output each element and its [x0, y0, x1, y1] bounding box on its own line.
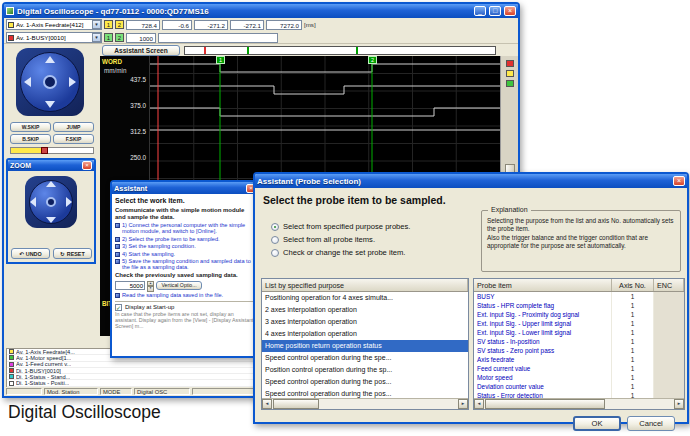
hscroll-track[interactable] [319, 399, 458, 409]
assistant-step[interactable]: 3) Set the sampling condition. [115, 243, 255, 249]
probe-hscrollbar[interactable]: ◄ ► [474, 398, 684, 409]
zoom-navigation-pad[interactable] [25, 176, 77, 228]
maximize-button[interactable]: □ [489, 6, 501, 16]
probe-row[interactable]: Axis feedrate1 [474, 355, 684, 364]
startup-checkbox[interactable]: ✓ [115, 304, 122, 311]
hscroll-thumb[interactable] [273, 399, 319, 409]
purpose-list-header[interactable]: List by specified purpose [262, 279, 468, 292]
pad-center-button[interactable] [43, 75, 57, 89]
col-axis-no[interactable]: Axis No. [612, 279, 654, 291]
zoom-pad-right-button[interactable] [66, 197, 72, 207]
probe-row[interactable]: Ext. input Sig. - Upper limit signal1 [474, 319, 684, 328]
ok-button[interactable]: OK [573, 416, 621, 431]
position-slider[interactable] [10, 147, 94, 154]
cursor-chip-2[interactable]: 2 [115, 20, 124, 29]
assistant-screen-button[interactable]: Assistant Screen [102, 45, 180, 56]
probe-item-label: Ext. input Sig. - Upper limit signal [474, 319, 612, 328]
probe-item-label: Deviation counter value [474, 382, 612, 391]
probe-row[interactable]: Feed current value1 [474, 364, 684, 373]
probe-row[interactable]: SV status - Zero point pass1 [474, 346, 684, 355]
purpose-item[interactable]: Position control operation during the sp… [262, 364, 468, 376]
overview-ruler[interactable] [184, 46, 496, 55]
zoom-pad-center-button[interactable] [46, 197, 56, 207]
zoom-pad-up-button[interactable] [46, 181, 56, 187]
purpose-item[interactable]: 3 axes interpolation operation [262, 316, 468, 328]
scroll-left-icon[interactable]: ◄ [262, 399, 272, 409]
radio-button-selected[interactable] [271, 223, 279, 231]
minimize-button[interactable]: _ [474, 6, 486, 16]
zoom-title-bar[interactable]: ZOOM × [8, 160, 94, 171]
scroll-right-icon[interactable]: ► [458, 399, 468, 409]
zoom-pad-left-button[interactable] [30, 197, 36, 207]
vertical-option-button[interactable]: Vertical Optio... [156, 281, 202, 290]
cursor-chip-2[interactable]: 2 [115, 33, 124, 42]
purpose-item[interactable]: 4 axes interpolation operation [262, 328, 468, 340]
assistant-step[interactable]: 4) Start the sampling. [115, 251, 255, 257]
probe-row[interactable]: Motor speed1 [474, 373, 684, 382]
sampling-count-input[interactable]: 5000 [115, 281, 145, 290]
probe-row[interactable]: Status - HPR complete flag1 [474, 301, 684, 310]
fskip-button[interactable]: F.SKIP [53, 134, 94, 144]
pad-up-button[interactable] [45, 56, 55, 63]
undo-button[interactable]: ↶ UNDO [11, 248, 50, 259]
probe-row[interactable]: BUSY1 [474, 292, 684, 301]
probe-item-label: Status - Error detection [474, 391, 612, 398]
assistant-step[interactable]: 2) Select the probe item to be sampled. [115, 236, 255, 242]
purpose-item[interactable]: Positioning operation for 4 axes simulta… [262, 292, 468, 304]
probe-row[interactable]: Ext. input Sig. - Lower limit signal1 [474, 328, 684, 337]
zoom-close-button[interactable]: × [82, 161, 92, 170]
purpose-item[interactable]: 2 axes interpolation operation [262, 304, 468, 316]
pad-left-button[interactable] [24, 77, 31, 87]
reset-button[interactable]: ↻ RESET [53, 248, 92, 259]
purpose-hscrollbar[interactable]: ◄ ► [262, 398, 468, 409]
assistant-title-bar[interactable]: Assistant × [112, 182, 258, 194]
cursor-1-flag[interactable]: 1 [216, 56, 225, 64]
purpose-item[interactable]: Speed control operation during the pos..… [262, 376, 468, 388]
jump-button[interactable]: JUMP [53, 122, 94, 132]
purpose-item-selected[interactable]: Home position return operation status [262, 340, 468, 352]
purpose-item[interactable]: Speed control operation during the spe..… [262, 352, 468, 364]
wskip-button[interactable]: W.SKIP [10, 122, 51, 132]
probe-row[interactable]: Status - Error detection1 [474, 391, 684, 398]
step-text: 4) Start the sampling. [122, 251, 175, 257]
cursor-chip-1[interactable]: 1 [104, 33, 113, 42]
probe-list-header[interactable]: Probe item Axis No. ENC [474, 279, 684, 292]
scroll-left-icon[interactable]: ◄ [474, 399, 484, 409]
dropdown-arrow-icon[interactable]: ▼ [92, 33, 101, 42]
radio-button[interactable] [271, 249, 279, 257]
sampling-interval-field[interactable]: 1000 [126, 33, 156, 43]
probe-close-button[interactable]: × [673, 176, 685, 186]
pad-right-button[interactable] [69, 77, 76, 87]
probe-title-bar[interactable]: Assistant (Probe Selection) × [255, 174, 687, 188]
probe-row[interactable]: SV status - In-position1 [474, 337, 684, 346]
channel-select-2[interactable]: Av. 1-BUSY[0010] ▼ [6, 32, 102, 43]
scroll-right-icon[interactable]: ► [674, 399, 684, 409]
sampling-spinner[interactable]: ▲ ▼ [147, 281, 154, 290]
radio-option[interactable]: Select from specified purpose probes. [271, 220, 410, 233]
navigation-pad[interactable] [16, 48, 84, 116]
probe-row[interactable]: Deviation counter value1 [474, 382, 684, 391]
title-bar[interactable]: Digital Oscilloscope - qd77-0112 - 0000:… [4, 4, 518, 18]
hscroll-thumb[interactable] [485, 399, 605, 409]
zoom-pad-down-button[interactable] [46, 217, 56, 223]
col-enc[interactable]: ENC [654, 279, 684, 291]
cancel-button[interactable]: Cancel [627, 416, 675, 431]
radio-option[interactable]: Check or change the set probe item. [271, 246, 410, 259]
assistant-step[interactable]: 1) Connect the personal computer with th… [115, 222, 255, 234]
assistant-step[interactable]: 5) Save the sampling condition and sampl… [115, 258, 255, 270]
slider-thumb[interactable] [41, 147, 48, 154]
purpose-item[interactable]: Speed control operation during the pos..… [262, 388, 468, 398]
radio-option[interactable]: Select from all probe items. [271, 233, 410, 246]
cursor-2-flag[interactable]: 2 [368, 56, 377, 64]
cursor-chip-1[interactable]: 1 [104, 20, 113, 29]
hscroll-track[interactable] [605, 399, 674, 409]
read-step[interactable]: Read the sampling data saved in the file… [115, 292, 255, 298]
bskip-button[interactable]: B.SKIP [10, 134, 51, 144]
dropdown-arrow-icon[interactable]: ▼ [92, 20, 101, 29]
radio-button[interactable] [271, 236, 279, 244]
close-button[interactable]: × [504, 6, 516, 16]
pad-down-button[interactable] [45, 101, 55, 108]
col-probe-item[interactable]: Probe item [474, 279, 612, 291]
channel-select-1[interactable]: Av. 1-Axis Feedrate[412] ▼ [6, 19, 102, 30]
probe-row[interactable]: Ext. input Sig. - Proximity dog signal1 [474, 310, 684, 319]
